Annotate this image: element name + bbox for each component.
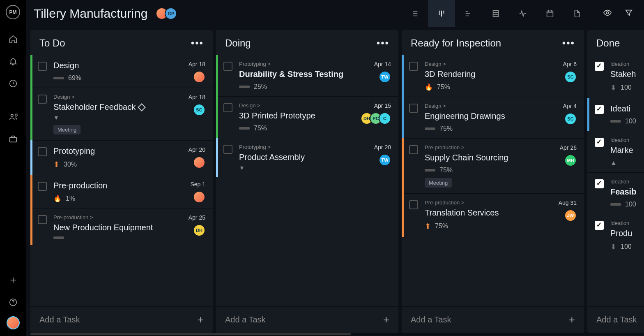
- progress-row: ⬆30%: [53, 160, 205, 169]
- file-view-icon[interactable]: [564, 0, 591, 27]
- add-icon[interactable]: [5, 272, 21, 288]
- task-card[interactable]: IdeationFeasib100: [587, 172, 644, 214]
- gantt-view-icon[interactable]: [455, 0, 482, 27]
- bell-icon[interactable]: [5, 53, 21, 70]
- task-card[interactable]: Pre-production >New Production Equipment…: [30, 208, 213, 245]
- assignee-avatar[interactable]: JW: [564, 209, 577, 222]
- task-date: Apr 15: [374, 102, 391, 109]
- task-title: Translation Services: [425, 208, 577, 218]
- task-card[interactable]: Design >3D Rendering🔥75%Apr 6SC: [402, 55, 584, 97]
- assignee-avatar[interactable]: [193, 71, 205, 83]
- app-logo[interactable]: PM: [6, 5, 20, 19]
- task-checkbox[interactable]: [409, 62, 418, 71]
- column-menu-icon[interactable]: •••: [562, 41, 575, 45]
- assignee-avatar[interactable]: SC: [564, 71, 577, 83]
- assignee-avatar[interactable]: TW: [379, 71, 391, 83]
- task-date: Apr 4: [563, 103, 577, 109]
- add-task-button[interactable]: Add a Task+: [587, 306, 644, 333]
- expand-icon[interactable]: ▼: [53, 114, 205, 121]
- task-title: Stakeholder Feedback: [53, 102, 205, 112]
- task-card[interactable]: Pre-production >Supply Chain Sourcing75%…: [402, 138, 584, 193]
- task-card[interactable]: Design >Stakeholder Feedback ▼MeetingApr…: [30, 88, 213, 140]
- task-date: Apr 20: [189, 146, 205, 153]
- priority-edge: [30, 140, 32, 175]
- home-icon[interactable]: [5, 31, 21, 47]
- board-view-icon[interactable]: [428, 0, 455, 27]
- add-task-button[interactable]: Add a Task+: [30, 306, 213, 333]
- task-card[interactable]: IdeationStakeh⬇100: [587, 55, 644, 98]
- task-breadcrumb: Prototyping >: [239, 61, 391, 67]
- task-card[interactable]: Prototyping >Durability & Stress Testing…: [216, 55, 398, 96]
- task-checkbox[interactable]: [409, 200, 418, 209]
- priority-edge: [216, 55, 218, 97]
- horizontal-scrollbar[interactable]: [30, 333, 641, 335]
- task-card[interactable]: Design >3D Printed Prototype75%Apr 15DHP…: [216, 96, 398, 138]
- help-icon[interactable]: [5, 294, 21, 311]
- task-title: Ideati: [610, 104, 644, 114]
- column-menu-icon[interactable]: •••: [377, 41, 389, 45]
- view-tabs: [401, 0, 591, 27]
- task-checkbox[interactable]: [38, 62, 47, 71]
- task-card[interactable]: Pre-production🔥1%Sep 1: [30, 175, 213, 208]
- task-title: Feasib: [610, 187, 644, 197]
- activity-view-icon[interactable]: [509, 0, 536, 27]
- assignee-avatar[interactable]: C: [379, 112, 391, 125]
- task-card[interactable]: Ideati100: [587, 98, 644, 131]
- member-avatars[interactable]: GP: [156, 7, 177, 20]
- user-avatar[interactable]: [7, 316, 20, 329]
- task-card[interactable]: Design69%Apr 18: [30, 55, 213, 88]
- priority-edge: [216, 96, 218, 138]
- task-checkbox[interactable]: [595, 105, 604, 114]
- expand-icon[interactable]: ▼: [239, 165, 391, 171]
- topbar: Tillery Manufacturing GP: [26, 0, 644, 27]
- task-checkbox[interactable]: [223, 103, 232, 112]
- assignee-avatar[interactable]: [193, 191, 205, 203]
- assignee-avatar[interactable]: DH: [193, 224, 205, 236]
- task-breadcrumb: Pre-production >: [425, 144, 577, 151]
- assignee-avatar[interactable]: SC: [193, 104, 205, 116]
- add-task-button[interactable]: Add a Task+: [216, 306, 398, 333]
- task-checkbox[interactable]: [595, 179, 604, 188]
- member-avatar[interactable]: GP: [165, 7, 177, 20]
- task-checkbox[interactable]: [409, 145, 418, 154]
- task-checkbox[interactable]: [38, 147, 47, 156]
- assignee-avatar[interactable]: SC: [564, 113, 577, 125]
- task-checkbox[interactable]: [595, 62, 604, 71]
- task-tag[interactable]: Meeting: [53, 125, 80, 134]
- assignee-avatar[interactable]: MH: [564, 154, 577, 167]
- task-checkbox[interactable]: [38, 215, 47, 224]
- task-checkbox[interactable]: [595, 221, 604, 230]
- svg-rect-2: [9, 137, 16, 142]
- visibility-icon[interactable]: [603, 8, 612, 19]
- task-tag[interactable]: Meeting: [425, 178, 452, 188]
- priority-edge: [402, 97, 404, 139]
- task-card[interactable]: IdeationMarke▲: [587, 131, 644, 172]
- column-menu-icon[interactable]: •••: [191, 41, 204, 45]
- task-card[interactable]: Pre-production >Translation Services⬆75%…: [402, 193, 584, 236]
- task-checkbox[interactable]: [223, 145, 232, 154]
- assignee-avatar[interactable]: TW: [379, 154, 391, 166]
- sheet-view-icon[interactable]: [482, 0, 509, 27]
- briefcase-icon[interactable]: [5, 131, 21, 147]
- clock-icon[interactable]: [5, 75, 21, 92]
- svg-rect-4: [493, 10, 499, 16]
- task-checkbox[interactable]: [409, 104, 418, 113]
- assignee-avatar[interactable]: [193, 156, 205, 169]
- task-checkbox[interactable]: [38, 182, 47, 191]
- task-card[interactable]: Prototyping⬆30%Apr 20: [30, 140, 213, 175]
- filter-icon[interactable]: [624, 8, 633, 19]
- task-breadcrumb: Design >: [53, 94, 205, 100]
- calendar-view-icon[interactable]: [536, 0, 564, 27]
- task-checkbox[interactable]: [595, 138, 604, 147]
- people-icon[interactable]: [5, 109, 21, 125]
- add-task-button[interactable]: Add a Task+: [402, 306, 584, 333]
- task-date: Apr 25: [189, 214, 205, 221]
- list-view-icon[interactable]: [401, 0, 428, 27]
- task-card[interactable]: IdeationProdu⬇100: [587, 214, 644, 257]
- task-checkbox[interactable]: [223, 62, 232, 71]
- task-card[interactable]: Design >Engineering Drawings75%Apr 4SC: [402, 97, 584, 138]
- project-title[interactable]: Tillery Manufacturing: [34, 7, 147, 21]
- task-checkbox[interactable]: [38, 95, 47, 104]
- progress-row: 100: [610, 201, 644, 208]
- task-card[interactable]: Prototyping >Product Assembly▼Apr 20TW: [216, 138, 398, 177]
